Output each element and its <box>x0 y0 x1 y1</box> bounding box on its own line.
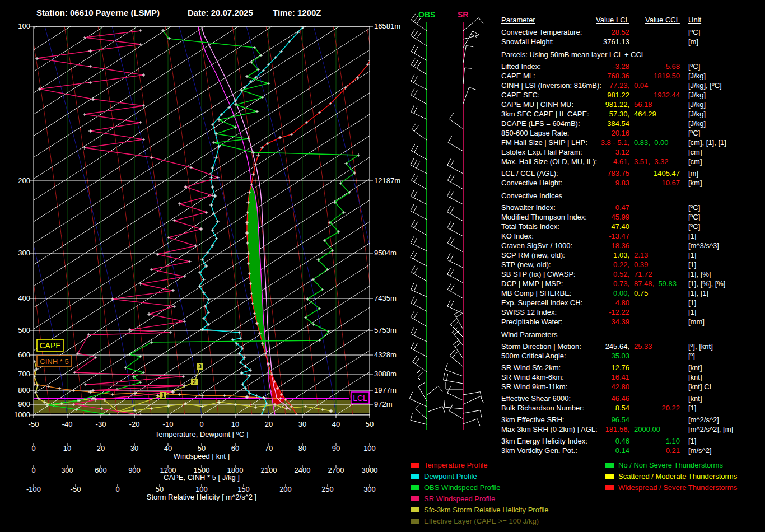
param-value: 0.04 <box>634 81 648 90</box>
param-value: 981.22, <box>605 100 629 109</box>
param-value: 35.03 <box>611 352 629 360</box>
param-unit: [m/s^2] <box>688 446 712 455</box>
param-value: 16.41 <box>611 373 629 381</box>
lcl-label: LCL <box>353 394 367 403</box>
param-row: CAPE MU | CINH MU:981.22,56.18[J/kg] <box>501 100 763 109</box>
pressure-label: 100 <box>18 22 30 30</box>
param-unit: [knt] <box>688 394 702 403</box>
sr-wind-barb-column <box>444 18 484 430</box>
param-row: Max. Hail Size (OLD, MU, IL):4.61,3.51, … <box>501 157 763 166</box>
param-unit: [º] <box>688 351 695 361</box>
axis-tick-label: 60 <box>231 444 239 452</box>
param-row: LCL / CCL (AGL):783.751405.47[m] <box>501 169 763 178</box>
param-value: 4.61, <box>613 157 629 166</box>
axis-tick-label: 50 <box>156 485 164 493</box>
param-unit: [knt] <box>688 372 702 382</box>
legend-swatch <box>411 507 419 512</box>
param-unit: [ºC] <box>688 212 700 222</box>
legend-item: Scattered / Moderate Thunderstorms <box>605 471 737 482</box>
cape-label: CAPE <box>39 341 60 350</box>
axis-tick-label: 50 <box>366 420 374 428</box>
param-unit: [cm] <box>688 147 702 157</box>
altitude-label: 16581m <box>374 22 400 30</box>
param-row: Bulk Richardson Number:8.5420.22[1] <box>501 403 763 413</box>
altitude-label: 1977m <box>374 386 397 394</box>
obs-wind-column-label: OBS <box>418 10 435 19</box>
axis-tick-label: 50 <box>198 444 206 452</box>
table-section-header: Wind Parameters <box>501 330 557 339</box>
param-value: 1405.47 <box>654 169 680 178</box>
param-value: 87.48, <box>634 279 654 288</box>
param-value: 57.30, <box>609 110 629 118</box>
axis-tick-label: 200 <box>279 485 292 493</box>
col-header-value-ccl: Value CCL <box>645 16 680 24</box>
param-unit: [1] <box>688 403 696 413</box>
param-row: Precipitable Water:34.39[mm] <box>501 317 763 326</box>
param-value: 47.40 <box>611 222 629 231</box>
param-value: -13.47 <box>609 232 629 240</box>
pressure-label: 1000 <box>14 410 30 419</box>
param-unit: [1] <box>688 298 696 307</box>
param-unit: [º], [knt] <box>688 342 713 351</box>
param-row: 850-600 Lapse Rate:20.16[ºC] <box>501 128 763 138</box>
km-marker-label: 3 <box>198 363 202 370</box>
axis-tick-label: 3000 <box>362 466 378 474</box>
param-value: 42.80 <box>611 382 629 391</box>
param-unit: [1], [1] <box>688 288 708 298</box>
param-value: 3.51, <box>634 157 650 166</box>
param-row: Effective Shear 6000:46.46[knt] <box>501 394 763 403</box>
param-value: 0.73, <box>613 279 629 288</box>
pressure-label: 900 <box>18 400 30 408</box>
param-unit: [ºC] <box>688 128 700 138</box>
param-row: MB Comp | SHERBE:0.00,0.75[1], [1] <box>501 288 763 298</box>
km-marker-label: 1 <box>161 393 165 399</box>
param-row: CAPE ML:768.361819.50[J/kg] <box>501 71 763 81</box>
param-value: 0.83, <box>634 138 650 147</box>
axis-tick-label: -100 <box>26 485 41 493</box>
param-value: 46.46 <box>611 394 629 403</box>
param-row: Storm Direction | Motion:245.64,25.33[º]… <box>501 342 763 351</box>
legend-swatch <box>411 485 419 490</box>
param-value: -12.22 <box>609 308 629 316</box>
cinh-label: CINH * 5 <box>40 357 68 366</box>
param-row: SB STP (fix) | CWASP:0.52,71.72[1], [%] <box>501 269 763 279</box>
legend-item: Widespread / Severe Thunderstorms <box>605 482 737 493</box>
param-value: 464.29 <box>634 110 656 118</box>
sr-windspeed-profile <box>37 31 218 429</box>
param-value: 18.36 <box>611 241 629 250</box>
param-value: 1.03, <box>613 251 629 259</box>
axis-tick-label: 900 <box>128 466 141 474</box>
param-row: Lifted Index:-3.28-5.68[ºC] <box>501 62 763 71</box>
pressure-label: 600 <box>18 351 30 359</box>
param-value: 20.16 <box>611 129 629 137</box>
param-row: STP (new, old):0.22,0.39[1] <box>501 260 763 269</box>
axis-tick-label: 2400 <box>295 466 311 474</box>
param-unit: [knt] <box>688 363 702 372</box>
param-unit: [ºC] <box>688 27 700 37</box>
param-unit: [ºC] <box>688 222 700 231</box>
legend-label: Temperature Profile <box>424 461 487 469</box>
axis-tick-label: -50 <box>71 485 81 493</box>
legend-item: Sfc-3km Storm Relative Helicity Profile <box>411 505 549 516</box>
table-section-header: Convective Indices <box>501 191 562 200</box>
param-value: 1819.50 <box>654 72 680 80</box>
param-value: -5.68 <box>663 62 680 71</box>
param-row: Showalter Index:0.47[ºC] <box>501 203 763 212</box>
pressure-label: 800 <box>18 386 30 394</box>
param-row: 3km SFC CAPE | IL CAPE:57.30,464.29[J/kg… <box>501 109 763 119</box>
param-row: Max 3km SRH (0-2km) | AGL:181.56,2000.00… <box>501 424 763 434</box>
axis-tick-label: 30 <box>130 444 138 452</box>
param-row: Modified Thompson Index:45.99[ºC] <box>501 212 763 222</box>
pressure-label: 500 <box>18 326 30 334</box>
param-value: 3761.13 <box>603 38 629 46</box>
temperature-profile-markers <box>245 59 372 417</box>
legend-item: SR Windspeed Profile <box>411 493 495 505</box>
param-value: 0.47 <box>615 203 629 212</box>
legend-swatch <box>605 463 614 468</box>
param-unit: [J/kg] <box>688 90 706 100</box>
param-value: 10.67 <box>661 179 680 187</box>
param-value: 20.22 <box>661 404 680 412</box>
param-value: 2.13 <box>634 251 648 259</box>
axis-tick-label: 40 <box>332 420 340 428</box>
param-value: 245.64, <box>605 342 629 351</box>
